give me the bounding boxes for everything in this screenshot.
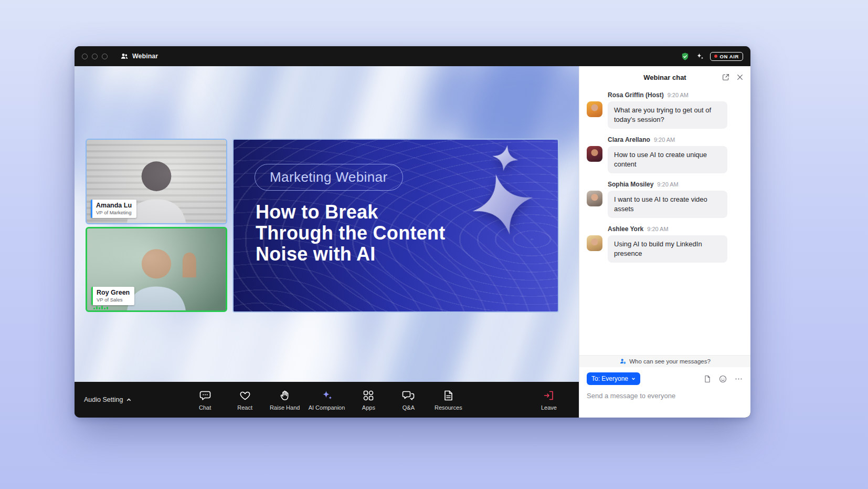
window-minimize-button[interactable] xyxy=(92,54,98,59)
message-bubble: What are you trying to get out of today'… xyxy=(608,101,727,129)
avatar xyxy=(587,101,602,117)
ai-companion-sparkle-icon[interactable] xyxy=(695,52,704,61)
avatar xyxy=(587,191,602,206)
chat-message: Ashlee York9:20 AM Using AI to build my … xyxy=(587,225,743,263)
slide-heading: How to Break Through the Content Noise w… xyxy=(256,202,446,265)
slide-badge: Marketing Webinar xyxy=(255,164,403,191)
apps-icon xyxy=(362,389,375,402)
chat-message: Sophia Mosiley9:20 AM I want to use AI t… xyxy=(587,181,743,218)
sparkle-decoration-icon xyxy=(490,143,520,173)
audio-setting-label: Audio Setting xyxy=(84,396,123,403)
qa-bubbles-icon xyxy=(402,389,415,402)
apps-button[interactable]: Apps xyxy=(352,389,385,411)
speaker-role: VP of Marketing xyxy=(96,210,132,215)
speaker-name-tag: Roy Green VP of Sales xyxy=(91,287,134,305)
on-air-badge: ON AIR xyxy=(710,52,744,61)
window-controls xyxy=(82,54,108,59)
chevron-down-icon xyxy=(631,377,636,381)
ai-sparkle-icon xyxy=(321,389,333,402)
message-bubble: Using AI to build my LinkedIn presence xyxy=(608,235,727,263)
toolbar-items: Chat React Raise Hand xyxy=(189,389,465,411)
message-time: 9:20 AM xyxy=(657,181,678,188)
react-button[interactable]: React xyxy=(229,389,261,411)
leave-button[interactable]: Leave xyxy=(533,389,565,411)
pop-out-icon[interactable] xyxy=(722,73,730,81)
resources-button[interactable]: Resources xyxy=(432,389,464,411)
webinar-people-icon xyxy=(120,52,129,60)
message-input[interactable]: Send a message to everyone xyxy=(587,392,743,400)
speaker-name: Amanda Lu xyxy=(96,202,132,209)
chat-header: Webinar chat xyxy=(579,66,750,88)
webinar-stage: Amanda Lu VP of Marketing xyxy=(75,66,579,382)
speaker-video-amanda[interactable]: Amanda Lu VP of Marketing xyxy=(86,139,227,224)
chevron-up-icon xyxy=(126,397,132,403)
shared-slide: Marketing Webinar How to Break Through t… xyxy=(232,139,559,313)
chat-icon xyxy=(199,389,211,402)
window-close-button[interactable] xyxy=(82,54,88,59)
chat-message: Rosa Griffin (Host)9:20 AM What are you … xyxy=(587,91,743,129)
message-author: Sophia Mosiley xyxy=(608,181,653,188)
speaker-video-roy[interactable]: Roy Green VP of Sales xyxy=(86,227,227,312)
document-icon xyxy=(442,389,454,402)
speaker-name: Roy Green xyxy=(97,289,130,296)
chat-title: Webinar chat xyxy=(643,74,686,81)
on-air-label: ON AIR xyxy=(720,54,739,59)
speaker-role: VP of Sales xyxy=(97,297,130,303)
more-options-icon[interactable] xyxy=(734,374,743,383)
raise-hand-icon xyxy=(279,389,291,402)
chat-message-list[interactable]: Rosa Griffin (Host)9:20 AM What are you … xyxy=(579,88,750,355)
window-titlebar: Webinar ON AIR xyxy=(75,46,750,66)
stage-column: Amanda Lu VP of Marketing xyxy=(75,66,579,418)
chat-message: Clara Arellano9:20 AM How to use AI to c… xyxy=(587,136,743,173)
window-content: Amanda Lu VP of Marketing xyxy=(75,66,750,418)
message-bubble: How to use AI to create unique content xyxy=(608,146,727,173)
to-everyone-selector[interactable]: To: Everyone xyxy=(587,372,640,385)
message-author: Rosa Griffin (Host) xyxy=(608,91,664,99)
chat-composer: To: Everyone S xyxy=(579,367,750,418)
message-time: 9:20 AM xyxy=(654,137,675,143)
attach-file-icon[interactable] xyxy=(703,374,712,383)
window-zoom-button[interactable] xyxy=(102,54,108,59)
titlebar-right-group: ON AIR xyxy=(681,52,744,61)
to-selector-label: To: Everyone xyxy=(591,375,628,382)
raise-hand-button[interactable]: Raise Hand xyxy=(269,389,301,411)
speaker-name-tag: Amanda Lu VP of Marketing xyxy=(91,200,136,218)
message-bubble: I want to use AI to create video assets xyxy=(608,191,727,218)
message-author: Clara Arellano xyxy=(608,136,650,143)
app-title-group: Webinar xyxy=(120,52,158,60)
ai-companion-button[interactable]: AI Companion xyxy=(309,389,345,411)
leave-door-icon xyxy=(543,389,555,402)
message-privacy-link[interactable]: Who can see your messages? xyxy=(579,355,750,367)
webinar-window: Webinar ON AIR xyxy=(75,46,750,418)
emoji-icon[interactable] xyxy=(718,374,727,383)
avatar xyxy=(587,146,602,162)
audio-activity-indicator xyxy=(93,306,108,309)
message-time: 9:20 AM xyxy=(647,226,668,232)
chat-button[interactable]: Chat xyxy=(189,389,221,411)
qa-button[interactable]: Q&A xyxy=(392,389,425,411)
message-author: Ashlee York xyxy=(608,225,643,233)
privacy-person-icon xyxy=(619,358,627,365)
meeting-toolbar: Audio Setting Chat xyxy=(75,382,579,418)
audio-setting-button[interactable]: Audio Setting xyxy=(84,396,132,403)
window-title: Webinar xyxy=(132,53,158,60)
close-icon[interactable] xyxy=(736,73,744,81)
heart-icon xyxy=(239,389,251,402)
on-air-dot xyxy=(714,55,717,58)
sparkle-decoration-icon xyxy=(465,167,540,242)
security-shield-icon[interactable] xyxy=(681,52,690,61)
message-time: 9:20 AM xyxy=(668,92,689,98)
webinar-chat-panel: Webinar chat Rosa Griffin (Host)9:20 AM … xyxy=(579,66,750,418)
privacy-note-label: Who can see your messages? xyxy=(629,358,711,365)
avatar xyxy=(587,235,602,251)
